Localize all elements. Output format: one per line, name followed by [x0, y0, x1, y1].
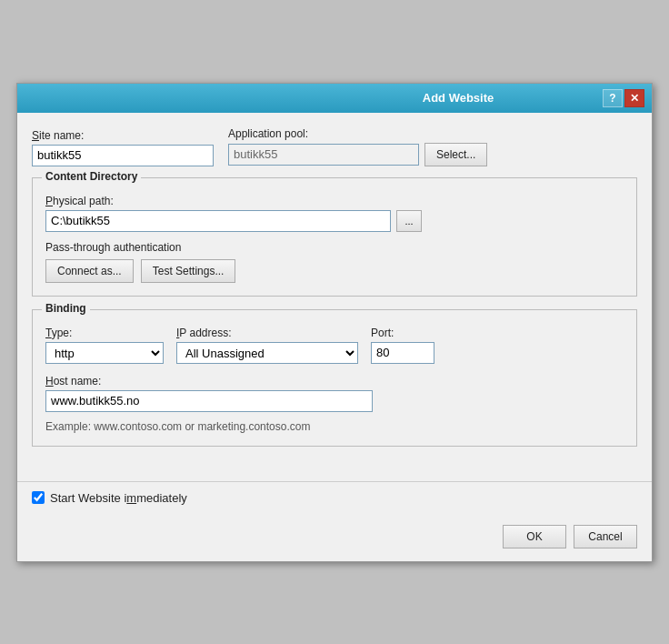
physical-path-label: Physical path: [45, 195, 624, 207]
app-pool-label: Application pool: [228, 127, 487, 140]
auth-buttons: Connect as... Test Settings... [45, 259, 624, 283]
site-name-label: Site name: [32, 129, 214, 142]
content-directory-title: Content Directory [42, 170, 141, 183]
ok-button[interactable]: OK [503, 525, 566, 548]
port-group: Port: [371, 327, 434, 364]
connect-as-button[interactable]: Connect as... [45, 259, 134, 283]
bottom-section: Start Website immediately [17, 481, 652, 505]
example-text: Example: www.contoso.com or marketing.co… [45, 420, 624, 433]
binding-type-ip-port-row: Type: http https ftp IP address: All Una… [45, 327, 624, 364]
binding-type-group: Type: http https ftp [45, 327, 164, 364]
app-pool-input[interactable] [228, 144, 419, 166]
test-settings-button[interactable]: Test Settings... [141, 259, 236, 283]
host-name-group: Host name: Example: www.contoso.com or m… [45, 375, 624, 433]
physical-path-group: Physical path: ... [45, 195, 624, 232]
ip-label: IP address: [176, 327, 358, 339]
title-bar: Add Website ? ✕ [17, 84, 652, 113]
add-website-dialog: Add Website ? ✕ Site name: Application p… [16, 83, 653, 562]
binding-group: Binding Type: http https ftp IP address:… [32, 309, 637, 447]
start-website-checkbox[interactable] [32, 491, 45, 504]
start-website-row: Start Website immediately [32, 491, 637, 505]
site-app-pool-row: Site name: Application pool: Select... [32, 127, 637, 166]
app-pool-group: Application pool: Select... [228, 127, 487, 166]
content-directory-group: Content Directory Physical path: ... Pas… [32, 177, 637, 297]
port-input[interactable] [371, 342, 434, 364]
ip-address-group: IP address: All Unassigned [176, 327, 358, 364]
host-name-input[interactable] [45, 390, 373, 412]
port-label: Port: [371, 327, 434, 339]
dialog-footer: OK Cancel [17, 518, 652, 561]
host-name-label: Host name: [45, 375, 624, 387]
ip-select[interactable]: All Unassigned [176, 342, 358, 364]
help-button[interactable]: ? [603, 89, 623, 107]
select-app-pool-button[interactable]: Select... [424, 143, 487, 166]
cancel-button[interactable]: Cancel [574, 525, 637, 548]
site-name-input[interactable] [32, 145, 214, 166]
type-select[interactable]: http https ftp [45, 342, 164, 364]
type-label: Type: [45, 327, 164, 339]
dialog-content: Site name: Application pool: Select... C… [17, 113, 652, 474]
auth-label: Pass-through authentication [45, 241, 624, 254]
browse-button[interactable]: ... [396, 210, 422, 232]
physical-path-input[interactable] [45, 210, 391, 232]
close-button[interactable]: ✕ [624, 89, 644, 107]
start-website-label: Start Website immediately [50, 491, 187, 505]
site-name-group: Site name: [32, 129, 214, 166]
dialog-title: Add Website [314, 91, 603, 105]
binding-title: Binding [42, 302, 90, 315]
title-bar-buttons: ? ✕ [603, 89, 644, 107]
